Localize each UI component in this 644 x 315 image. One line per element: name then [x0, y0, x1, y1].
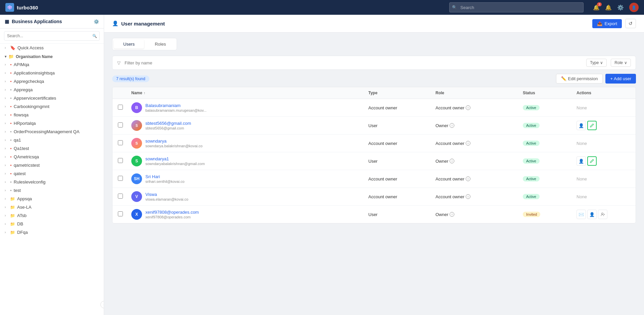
sidebar-item-Applicationinsightsqa[interactable]: › ● Applicationinsightsqa — [0, 69, 104, 77]
table-row: B Balasubramaniam balasubramaniam.muruge… — [112, 99, 636, 117]
user-name[interactable]: xenif97808@operades.com — [145, 210, 199, 215]
user-name[interactable]: Balasubramaniam — [145, 103, 206, 108]
send-invite-button[interactable]: ✉️ — [577, 210, 586, 219]
tab-roles[interactable]: Roles — [145, 40, 175, 49]
edit-permission-button[interactable]: ✏️ Edit permission — [556, 74, 603, 84]
refresh-button[interactable]: ↺ — [625, 19, 636, 28]
page-header-actions: 📤 Export ↺ — [592, 19, 636, 28]
user-info: S sowndarya sowndarya.balakrishnan@kovai… — [131, 138, 368, 149]
row-checkbox[interactable] — [118, 105, 123, 110]
sidebar-item-test[interactable]: › ● test — [0, 186, 104, 195]
user-email: srihari.senthil@kovai.co — [145, 179, 184, 183]
app-logo[interactable]: turbo360 — [5, 3, 59, 12]
user-name[interactable]: Sri Hari — [145, 174, 184, 179]
dot-icon: ● — [10, 122, 12, 125]
assign-role-button[interactable]: 👤 — [587, 210, 597, 219]
user-status: Active — [523, 105, 577, 110]
remove-user-button[interactable] — [598, 210, 607, 219]
page-title: 👤 User management — [112, 20, 165, 27]
alert-icon: 🔔 — [605, 5, 612, 10]
sidebar-item-flowsqa[interactable]: › ● flowsqa — [0, 111, 104, 119]
user-name[interactable]: Viswa — [145, 192, 188, 197]
sidebar-item-HRportalqa[interactable]: › ● HRportalqa — [0, 119, 104, 127]
row-checkbox[interactable] — [118, 158, 123, 163]
info-icon[interactable]: i — [450, 159, 454, 163]
sidebar-search-container: 🔍 — [0, 29, 104, 44]
sidebar-item-qatest[interactable]: › ● qatest — [0, 169, 104, 178]
sidebar-item-qametricstest[interactable]: › ● qametricstest — [0, 161, 104, 169]
sidebar-item-OrderProcessingManagement[interactable]: › ● OrderProcessingManagement QA — [0, 127, 104, 136]
avatar: SH — [131, 173, 142, 184]
tab-users[interactable]: Users — [114, 40, 144, 49]
notifications-button[interactable]: 🔔 3 — [593, 4, 600, 11]
edit-icon: ✏️ — [561, 76, 566, 81]
sidebar-item-Qa1test[interactable]: › ● Qa1test — [0, 144, 104, 153]
sidebar-item-DB[interactable]: › 📁 DB — [0, 220, 104, 228]
sidebar-item-Ase-LA[interactable]: › 📁 Ase-LA — [0, 203, 104, 211]
assign-role-button[interactable]: 👤 — [577, 121, 586, 130]
sidebar-settings-icon[interactable]: ⚙️ — [94, 19, 99, 24]
folder-icon: 📁 — [10, 230, 15, 235]
user-info: V Viswa viswa.elamaran@kovai.co — [131, 191, 368, 202]
search-input[interactable] — [449, 2, 584, 12]
info-icon[interactable]: i — [450, 212, 454, 217]
info-icon[interactable]: i — [466, 141, 470, 146]
row-checkbox-cell — [118, 158, 131, 164]
export-button[interactable]: 📤 Export — [592, 19, 622, 28]
user-name[interactable]: sowndarya — [145, 139, 202, 144]
folder-icon: 📁 — [10, 213, 15, 218]
filter-input[interactable] — [125, 60, 582, 65]
sidebar-org-group[interactable]: ▾ 📁 Organisation Name — [0, 52, 104, 60]
user-name[interactable]: sowndarya1 — [145, 156, 205, 161]
status-badge: Active — [523, 194, 540, 199]
sidebar-item-Ruleslevelconfig[interactable]: › ● Ruleslevelconfig — [0, 178, 104, 186]
user-avatar[interactable]: 👤 — [629, 3, 639, 12]
user-type: Account owner — [368, 194, 435, 199]
row-checkbox[interactable] — [118, 140, 123, 145]
tabs-bar: Users Roles — [112, 38, 177, 50]
sidebar-item-Appregcheckqa[interactable]: › ● Appregcheckqa — [0, 77, 104, 86]
user-status: Active — [523, 176, 577, 181]
avatar: S — [131, 156, 142, 166]
user-email: xenif97808@operades.com — [145, 215, 199, 219]
sidebar-item-ATsb[interactable]: › 📁 ATsb — [0, 211, 104, 220]
sidebar-item-Appservicecertificates[interactable]: › ● Appservicecertificates — [0, 94, 104, 102]
sidebar-item-Appregqa[interactable]: › ● Appregqa — [0, 86, 104, 94]
role-filter-button[interactable]: Role ∨ — [611, 59, 631, 67]
info-icon[interactable]: i — [466, 194, 470, 199]
sidebar-item-APIMqa[interactable]: › ● APIMqa — [0, 60, 104, 69]
col-header-name[interactable]: Name ↑ — [131, 91, 368, 95]
row-checkbox-cell — [118, 194, 131, 200]
content-body: Users Roles ▽ Type ∨ Role ∨ 7 result(s) … — [104, 33, 644, 229]
alerts-button[interactable]: 🔔 — [605, 4, 612, 11]
settings-button[interactable]: ⚙️ — [617, 4, 624, 11]
add-user-button[interactable]: + Add user — [605, 74, 636, 84]
row-checkbox[interactable] — [118, 211, 123, 216]
type-filter-button[interactable]: Type ∨ — [586, 59, 607, 67]
table-row: X xenif97808@operades.com xenif97808@ope… — [112, 206, 636, 223]
user-email: viswa.elamaran@kovai.co — [145, 197, 188, 201]
search-icon: 🔍 — [452, 5, 457, 10]
sidebar-item-Carbookingmgmnt[interactable]: › ● Carbookingmgmnt — [0, 102, 104, 111]
info-icon[interactable]: i — [466, 105, 470, 110]
row-checkbox[interactable] — [118, 122, 123, 127]
user-table: Name ↑ Type Role Status Actions B — [112, 87, 636, 223]
sidebar-search-input[interactable] — [4, 31, 100, 41]
sidebar-quick-access[interactable]: › 🔖 Quick Access — [0, 44, 104, 52]
edit-user-button[interactable] — [587, 156, 597, 166]
folder-icon: 📁 — [10, 205, 15, 210]
col-header-type: Type — [368, 91, 435, 95]
user-name[interactable]: sbtest5656@gmail.com — [145, 121, 191, 126]
dot-icon: ● — [10, 180, 12, 183]
info-icon[interactable]: i — [450, 123, 454, 128]
sidebar-item-Appsqa[interactable]: › 📁 Appsqa — [0, 195, 104, 203]
row-checkbox[interactable] — [118, 194, 123, 199]
sidebar-item-qa1[interactable]: › ● qa1 — [0, 136, 104, 144]
sidebar-item-QAmetricsqa[interactable]: › ● QAmetricsqa — [0, 153, 104, 161]
edit-user-button[interactable] — [587, 121, 597, 130]
user-type: User — [368, 159, 435, 164]
row-checkbox[interactable] — [118, 176, 123, 181]
assign-role-button[interactable]: 👤 — [577, 156, 586, 166]
sidebar-item-DFqa[interactable]: › 📁 DFqa — [0, 228, 104, 237]
info-icon[interactable]: i — [466, 176, 470, 181]
